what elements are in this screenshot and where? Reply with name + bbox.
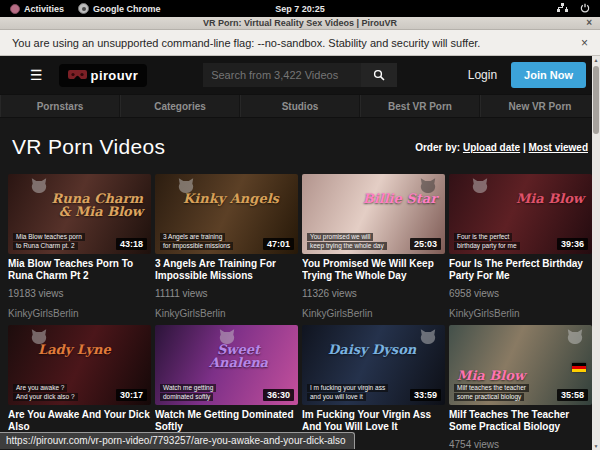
thumbnail-overlay-name: Sweet Analena xyxy=(187,343,290,369)
video-title[interactable]: You Promised We Will Keep Trying The Who… xyxy=(302,258,445,281)
infobar-close-icon[interactable]: × xyxy=(581,36,588,50)
chrome-icon xyxy=(78,3,89,14)
duration-badge: 33:59 xyxy=(410,389,441,401)
site-logo[interactable]: pirouvr xyxy=(59,64,148,87)
video-title[interactable]: 3 Angels Are Training For Impossible Mis… xyxy=(155,258,298,281)
window-close-icon[interactable]: × xyxy=(586,17,592,28)
video-studio-link[interactable]: KinkyGirlsBerlin xyxy=(155,308,298,319)
video-thumbnail[interactable]: Mia Blow Milf teaches the teachersome pr… xyxy=(449,325,592,405)
studio-watermark-icon xyxy=(419,178,437,197)
thumbnail-caption: Watch me getting xyxy=(160,384,216,392)
video-views: 11111 views xyxy=(155,288,298,299)
thumbnail-caption: keep trying the whole day xyxy=(307,242,387,250)
scroll-down-icon[interactable]: ▼ xyxy=(594,442,599,450)
duration-badge: 43:18 xyxy=(116,238,147,250)
order-link-upload-date[interactable]: Upload date xyxy=(463,142,520,153)
studio-watermark-icon xyxy=(566,329,584,348)
network-icon[interactable] xyxy=(557,3,568,15)
activities-label: Activities xyxy=(24,4,64,14)
video-title[interactable]: Four Is The Perfect Birthday Party For M… xyxy=(449,258,592,281)
thumbnail-overlay-name: Daisy Dyson xyxy=(328,343,431,356)
nav-item-pornstars[interactable]: Pornstars xyxy=(0,95,120,117)
page-title: VR Porn Videos xyxy=(12,135,165,159)
video-card: Billie Star You promised we willkeep try… xyxy=(302,174,445,319)
taskbar: Activities Google Chrome Sep 7 20:25 xyxy=(0,0,600,17)
thumbnail-caption: 3 Angels are training xyxy=(160,233,225,241)
thumbnail-caption: Mia Blow teaches porn xyxy=(13,233,85,241)
studio-watermark-icon xyxy=(471,178,489,197)
thumbnail-caption: and you will love it xyxy=(307,393,366,401)
nav-item-new[interactable]: New VR Porn xyxy=(480,95,600,117)
video-title[interactable]: Im Fucking Your Virgin Ass And You Will … xyxy=(302,409,445,432)
nav-item-studios[interactable]: Studios xyxy=(240,95,360,117)
studio-watermark-icon xyxy=(30,178,48,197)
hamburger-menu-icon[interactable]: ☰ xyxy=(30,68,43,82)
video-studio-link[interactable]: KinkyGirlsBerlin xyxy=(449,308,592,319)
heading-row: VR Porn Videos Order by: Upload date | M… xyxy=(0,118,600,159)
video-card: Runa Charm & Mia Blow Mia Blow teaches p… xyxy=(8,174,151,319)
video-thumbnail[interactable]: Billie Star You promised we willkeep try… xyxy=(302,174,445,254)
search-icon xyxy=(373,69,385,81)
video-thumbnail[interactable]: Mia Blow Four is the perfectbirthday par… xyxy=(449,174,592,254)
search-bar xyxy=(203,63,397,87)
activities-button[interactable]: Activities xyxy=(10,4,64,14)
video-thumbnail[interactable]: Kinky Angels 3 Angels are trainingfor im… xyxy=(155,174,298,254)
thumbnail-caption: some practical biology xyxy=(454,393,524,401)
thumbnail-caption: Are you awake ? xyxy=(13,384,67,392)
order-by-label: Order by: xyxy=(415,142,460,153)
video-card: Mia Blow Milf teaches the teachersome pr… xyxy=(449,325,592,450)
video-views: 4754 views xyxy=(449,439,592,450)
video-thumbnail[interactable]: Sweet Analena Watch me gettingdominated … xyxy=(155,325,298,405)
window-title: VR Porn: Virtual Reality Sex Videos | Pi… xyxy=(203,18,397,28)
video-studio-link[interactable]: KinkyGirlsBerlin xyxy=(302,308,445,319)
logo-text: pirouvr xyxy=(91,68,139,83)
scrollbar[interactable]: ▲ ▼ xyxy=(592,56,600,450)
video-views: 19183 views xyxy=(8,288,151,299)
thumbnail-overlay-name: Mia Blow xyxy=(457,369,560,382)
video-thumbnail[interactable]: Lady Lyne Are you awake ?And your dick a… xyxy=(8,325,151,405)
duration-badge: 47:01 xyxy=(263,238,294,250)
thumbnail-overlay-name: Runa Charm & Mia Blow xyxy=(40,192,143,218)
duration-badge: 30:17 xyxy=(116,389,147,401)
video-title[interactable]: Watch Me Getting Dominated Softly xyxy=(155,409,298,432)
join-now-button[interactable]: Join Now xyxy=(511,62,586,88)
main-nav: Pornstars Categories Studios Best VR Por… xyxy=(0,94,600,118)
studio-watermark-icon xyxy=(218,329,236,348)
scrollbar-thumb[interactable] xyxy=(593,66,599,134)
scroll-up-icon[interactable]: ▲ xyxy=(594,56,599,64)
thumbnail-caption: to Runa Charm pt. 2 xyxy=(13,242,78,250)
video-card: Kinky Angels 3 Angels are trainingfor im… xyxy=(155,174,298,319)
thumbnail-caption: I m fucking your virgin ass xyxy=(307,384,388,392)
page-content: ☰ pirouvr Login Join Now Pornstars Categ… xyxy=(0,56,600,450)
duration-badge: 39:36 xyxy=(557,238,588,250)
order-separator: | xyxy=(523,142,526,153)
window-titlebar: VR Porn: Virtual Reality Sex Videos | Pi… xyxy=(0,17,600,30)
site-header: ☰ pirouvr Login Join Now xyxy=(0,56,600,94)
thumbnail-caption: Four is the perfect xyxy=(454,233,512,241)
clock[interactable]: Sep 7 20:25 xyxy=(275,4,325,14)
studio-watermark-icon xyxy=(177,178,195,197)
activities-icon xyxy=(10,4,20,14)
nav-item-categories[interactable]: Categories xyxy=(120,95,240,117)
infobar-message: You are using an unsupported command-lin… xyxy=(12,37,480,49)
thumbnail-caption: for impossible missions xyxy=(160,242,233,250)
video-studio-link[interactable]: KinkyGirlsBerlin xyxy=(8,308,151,319)
video-title[interactable]: Mia Blow Teaches Porn To Runa Charm Pt 2 xyxy=(8,258,151,281)
sandbox-warning-infobar: You are using an unsupported command-lin… xyxy=(0,30,600,56)
video-title[interactable]: Milf Teaches The Teacher Some Practical … xyxy=(449,409,592,432)
video-grid: Runa Charm & Mia Blow Mia Blow teaches p… xyxy=(0,159,600,450)
login-link[interactable]: Login xyxy=(468,68,497,82)
search-input[interactable] xyxy=(203,63,361,87)
duration-badge: 35:58 xyxy=(557,389,588,401)
nav-item-best[interactable]: Best VR Porn xyxy=(360,95,480,117)
power-icon[interactable] xyxy=(580,3,590,15)
video-thumbnail[interactable]: Runa Charm & Mia Blow Mia Blow teaches p… xyxy=(8,174,151,254)
chrome-app-button[interactable]: Google Chrome xyxy=(78,3,161,14)
search-button[interactable] xyxy=(361,63,397,87)
status-url-bubble: https://pirouvr.com/vr-porn-video/779325… xyxy=(0,432,355,449)
video-title[interactable]: Are You Awake And Your Dick Also xyxy=(8,409,151,432)
studio-watermark-icon xyxy=(419,329,437,348)
video-thumbnail[interactable]: Daisy Dyson I m fucking your virgin assa… xyxy=(302,325,445,405)
thumbnail-caption: dominated softly xyxy=(160,393,213,401)
order-link-most-viewed[interactable]: Most viewed xyxy=(529,142,588,153)
